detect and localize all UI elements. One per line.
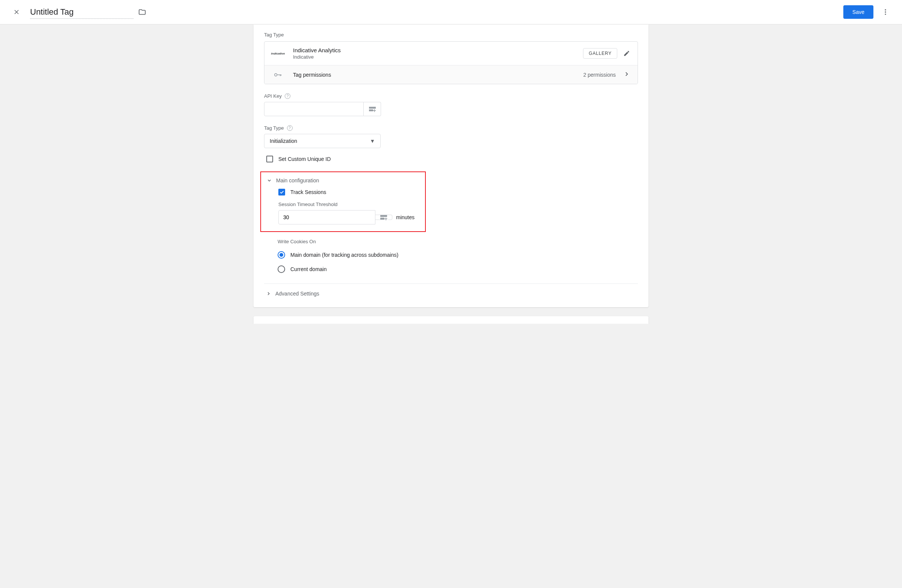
folder-button[interactable] [138,8,146,16]
tag-title-input[interactable] [30,6,133,19]
indicative-logo: indicative [272,49,284,58]
svg-rect-4 [277,74,281,75]
permissions-label: Tag permissions [293,72,583,78]
api-key-label: API Key ? [264,93,638,99]
session-timeout-variable-button[interactable]: + [376,215,392,220]
tag-type-field-label-text: Tag Type [264,125,284,131]
pencil-icon [623,50,630,57]
divider [264,283,638,284]
svg-point-0 [885,9,886,11]
gallery-button[interactable]: GALLERY [583,48,617,59]
more-vert-icon [882,8,889,16]
write-cookies-section: Write Cookies On Main domain (for tracki… [264,239,638,273]
main-config-label: Main configuration [276,177,319,183]
permissions-chevron [623,71,630,78]
tag-type-field: Tag Type ? Initialization ▼ [264,125,638,148]
svg-rect-5 [280,74,280,76]
top-bar: Save [0,0,902,25]
svg-rect-6 [281,74,282,75]
check-icon [279,189,284,195]
api-key-variable-button[interactable]: + [364,102,381,116]
api-key-label-text: API Key [264,93,282,99]
current-domain-label: Current domain [290,266,327,272]
dropdown-arrow-icon: ▼ [370,138,375,144]
tag-type-section-label: Tag Type [264,32,638,38]
close-button[interactable] [9,5,24,20]
tag-type-help-icon[interactable]: ? [287,125,293,131]
variable-icon: + [380,215,387,220]
main-domain-label: Main domain (for tracking across subdoma… [290,252,398,258]
api-key-input[interactable] [264,102,364,116]
custom-id-checkbox-row[interactable]: Set Custom Unique ID [266,156,638,163]
tag-type-field-label: Tag Type ? [264,125,638,131]
session-timeout-label: Session Timeout Threshold [278,202,415,207]
tag-vendor: Indicative [293,54,583,60]
main-config-chevron [265,178,274,183]
tag-type-box: indicative Indicative Analytics Indicati… [264,41,638,84]
chevron-right-icon [623,71,630,77]
custom-id-checkbox[interactable] [266,156,273,163]
next-card-peek [254,316,648,324]
main-domain-radio-row[interactable]: Main domain (for tracking across subdoma… [277,251,638,259]
track-sessions-checkbox[interactable] [278,189,285,195]
permissions-count: 2 permissions [583,72,616,78]
edit-tag-type-button[interactable] [623,50,630,57]
svg-point-1 [885,11,886,13]
tag-configuration-card: Tag Type indicative Indicative Analytics… [254,25,648,307]
tag-type-select[interactable]: Initialization ▼ [264,134,381,148]
api-key-help-icon[interactable]: ? [285,93,290,99]
svg-point-3 [275,74,277,76]
tag-type-row: indicative Indicative Analytics Indicati… [265,42,637,65]
advanced-settings-label: Advanced Settings [276,291,319,297]
track-sessions-label: Track Sessions [290,189,326,195]
close-icon [13,8,20,16]
write-cookies-label: Write Cookies On [277,239,638,244]
chevron-right-icon [266,291,271,296]
tag-name: Indicative Analytics [293,47,583,53]
advanced-chevron [264,291,273,296]
folder-icon [138,8,146,16]
api-key-field: API Key ? + [264,93,638,116]
advanced-settings-toggle[interactable]: Advanced Settings [264,291,638,297]
save-button[interactable]: Save [843,5,874,19]
tag-info: Indicative Analytics Indicative [293,47,583,60]
variable-icon: + [369,107,376,111]
tag-type-select-value: Initialization [270,138,370,144]
tag-permissions-row[interactable]: Tag permissions 2 permissions [265,65,637,84]
chevron-down-icon [267,178,272,183]
key-icon [274,73,282,77]
current-domain-radio-row[interactable]: Current domain [277,266,638,273]
track-sessions-row[interactable]: Track Sessions [278,189,415,195]
main-domain-radio[interactable] [277,251,285,259]
custom-id-label: Set Custom Unique ID [278,156,330,162]
minutes-label: minutes [396,214,415,220]
key-icon-wrap [272,73,284,77]
svg-point-2 [885,14,886,15]
main-configuration-highlight: Main configuration Track Sessions Sessio… [260,172,426,232]
current-domain-radio[interactable] [277,266,285,273]
main-configuration-toggle[interactable]: Main configuration [265,177,415,183]
session-timeout-input[interactable] [278,210,376,224]
more-menu-button[interactable] [878,5,893,20]
